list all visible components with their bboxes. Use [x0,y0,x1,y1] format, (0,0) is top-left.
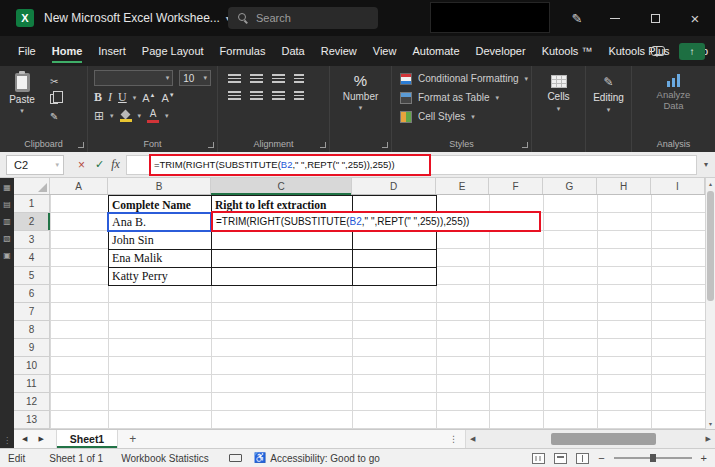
cell-c5[interactable] [212,268,353,286]
workbook-statistics-button[interactable]: Workbook Statistics [121,453,209,464]
conditional-formatting-button[interactable]: Conditional Formatting [392,69,531,88]
close-button[interactable] [675,0,715,36]
font-name-combobox[interactable] [94,70,173,86]
formula-input[interactable]: =TRIM(RIGHT(SUBSTITUTE(B2," ",REPT(" ",2… [126,155,697,175]
cell-c3[interactable] [212,232,353,250]
name-box-dropdown-icon[interactable] [55,161,59,169]
row-header-7[interactable]: 7 [14,303,49,321]
page-layout-view-icon[interactable] [554,453,567,464]
row-header-4[interactable]: 4 [14,249,49,267]
analyze-data-button[interactable]: Analyze Data [648,90,700,112]
kutools-pane-icon-3[interactable] [3,218,11,226]
tab-review[interactable]: Review [313,36,365,66]
tab-file[interactable]: File [10,36,44,66]
increase-font-size-icon[interactable]: ▲ [142,92,155,104]
column-header-h[interactable]: H [597,178,651,194]
number-dialog-launcher-icon[interactable] [382,142,388,148]
alignment-dialog-launcher-icon[interactable] [320,142,326,148]
cell-styles-button[interactable]: Cell Styles [392,107,531,126]
cancel-icon[interactable] [78,158,85,172]
number-format-dropdown[interactable]: Number [343,91,379,102]
zoom-slider[interactable] [614,457,692,459]
bottom-align-icon[interactable] [272,74,285,83]
row-header-2[interactable]: 2 [14,213,49,231]
row-header-6[interactable]: 6 [14,285,49,303]
align-left-icon[interactable] [228,91,241,100]
font-size-combobox[interactable]: 10 [179,70,211,86]
name-box[interactable]: C2 [6,155,64,175]
align-center-icon[interactable] [250,91,263,100]
new-sheet-icon[interactable] [118,430,147,448]
styles-dialog-launcher-icon[interactable] [522,142,528,148]
horizontal-scrollbar[interactable] [465,430,715,448]
ink-pen-icon[interactable] [559,11,595,26]
vertical-scroll-thumb[interactable] [707,191,714,301]
zoom-in-icon[interactable]: + [701,453,707,464]
row-header-9[interactable]: 9 [14,339,49,357]
wrap-text-icon[interactable] [294,91,304,100]
page-break-view-icon[interactable] [576,453,589,464]
column-header-a[interactable]: A [50,178,108,194]
format-as-table-button[interactable]: Format as Table [392,88,531,107]
tab-developer[interactable]: Developer [468,36,534,66]
row-header-10[interactable]: 10 [14,357,49,375]
decrease-font-size-icon[interactable]: ▼ [162,92,175,104]
cell-b4[interactable]: Ena Malik [109,250,212,268]
kutools-pane-icon-4[interactable] [3,235,11,243]
kutools-pane-icon-5[interactable] [3,252,11,260]
cell-d3[interactable] [353,232,437,250]
percent-style-icon[interactable] [354,72,367,89]
search-box[interactable]: Search [228,7,378,29]
cut-icon[interactable] [50,76,58,87]
column-header-e[interactable]: E [436,178,489,194]
scroll-up-icon[interactable] [706,180,715,187]
row-header-1[interactable]: 1 [14,195,49,213]
top-align-icon[interactable] [228,74,241,83]
tab-kutools[interactable]: Kutools ™ [534,36,601,66]
borders-dropdown-icon[interactable] [110,112,114,120]
tab-page-layout[interactable]: Page Layout [134,36,212,66]
underline-button[interactable]: U [118,90,127,105]
insert-function-icon[interactable]: fx [111,157,120,172]
scroll-left-icon[interactable] [470,435,475,443]
normal-view-icon[interactable] [532,453,545,464]
cell-d5[interactable] [353,268,437,286]
font-dialog-launcher-icon[interactable] [208,142,214,148]
orientation-icon[interactable] [294,74,304,83]
font-color-dropdown-icon[interactable] [165,112,169,120]
format-painter-icon[interactable] [50,111,58,122]
clipboard-dialog-launcher-icon[interactable] [78,142,84,148]
row-header-3[interactable]: 3 [14,231,49,249]
row-header-8[interactable]: 8 [14,321,49,339]
cell-c4[interactable] [212,250,353,268]
formula-bar-expand-icon[interactable] [697,160,715,169]
borders-icon[interactable] [94,109,104,123]
sheet-tab-sheet1[interactable]: Sheet1 [56,430,118,448]
copy-icon[interactable] [50,94,58,104]
row-header-12[interactable]: 12 [14,393,49,411]
italic-button[interactable]: I [108,90,112,105]
underline-dropdown-icon[interactable] [133,94,137,102]
paste-button[interactable]: Paste [0,66,44,115]
maximize-button[interactable] [635,0,675,36]
document-title[interactable]: New Microsoft Excel Workshee... [44,11,220,25]
paste-dropdown-icon[interactable] [20,107,24,115]
column-header-i[interactable]: I [651,178,705,194]
select-all-corner[interactable] [14,178,50,194]
column-header-c[interactable]: C [211,178,352,194]
previous-sheet-icon[interactable] [22,435,27,443]
zoom-slider-thumb[interactable] [650,454,656,462]
comments-icon[interactable] [651,46,665,56]
tab-formulas[interactable]: Formulas [212,36,274,66]
tab-insert[interactable]: Insert [90,36,134,66]
middle-align-icon[interactable] [250,74,263,83]
vertical-scrollbar[interactable] [705,178,715,429]
row-header-11[interactable]: 11 [14,375,49,393]
number-format-dropdown-icon[interactable] [359,104,363,112]
kutools-pane-more-icon[interactable] [3,436,11,445]
scroll-right-icon[interactable] [706,435,711,443]
kutools-pane-icon-2[interactable] [3,201,11,209]
column-header-g[interactable]: G [543,178,597,194]
editing-button[interactable]: Editing [586,66,631,114]
share-button[interactable] [679,43,705,60]
